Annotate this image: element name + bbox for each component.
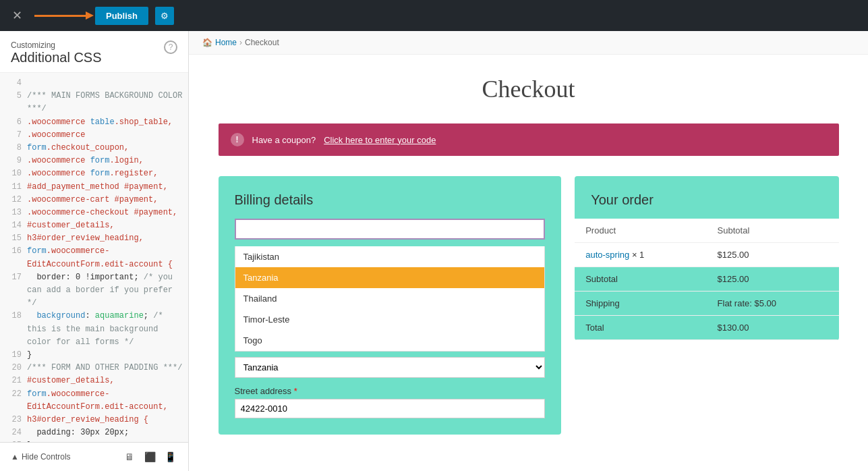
sidebar-header-text: Customizing Additional CSS [11, 40, 102, 65]
code-line: 15 h3#order_review_heading, [0, 232, 188, 245]
order-title-area: Your order [575, 176, 838, 219]
billing-title: Billing details [235, 192, 546, 208]
total-value: $130.00 [707, 316, 839, 340]
street-address-label: Street address * [235, 386, 546, 396]
top-bar: ✕ Publish ⚙ [0, 0, 868, 31]
mobile-view-icon[interactable]: 📱 [163, 449, 177, 464]
page-title: Checkout [219, 75, 839, 103]
dropdown-item-tajikistan[interactable]: Tajikistan [235, 246, 545, 267]
breadcrumb: 🏠 Home › Checkout [189, 31, 868, 55]
info-icon: ! [231, 133, 244, 146]
order-column: Your order Product Subtotal [575, 176, 838, 435]
billing-box: Billing details Tajikistan Tanzania Thai… [219, 176, 562, 435]
order-total-row: Total $130.00 [575, 316, 838, 340]
street-address-input[interactable] [235, 399, 546, 418]
arrow-line [34, 15, 88, 17]
dropdown-item-thailand[interactable]: Thailand [235, 288, 545, 309]
coupon-link[interactable]: Click here to enter your code [324, 135, 436, 145]
code-line: 16 form.woocommerce-EditAccountForm.edit… [0, 245, 188, 271]
dropdown-item-togo[interactable]: Togo [235, 330, 545, 351]
help-icon[interactable]: ? [164, 40, 177, 54]
col-subtotal: Subtotal [707, 219, 839, 243]
product-name-cell: auto-spring × 1 [575, 243, 706, 267]
page-content: Checkout ! Have a coupon? Click here to … [205, 55, 852, 455]
code-line: 5 /*** MAIN FORMS BACKGROUND COLOR ***/ [0, 90, 188, 115]
code-line: 7 .woocommerce [0, 129, 188, 142]
breadcrumb-separator: › [239, 38, 242, 47]
code-editor[interactable]: 4 5 /*** MAIN FORMS BACKGROUND COLOR ***… [0, 73, 188, 442]
country-search-input[interactable] [235, 219, 546, 240]
code-line: 9 .woocommerce form.login, [0, 155, 188, 167]
sidebar-header: Customizing Additional CSS ? [0, 31, 188, 73]
code-line: 20 /*** FORM AND OTHER PADDING ***/ [0, 362, 188, 375]
code-line: 17 border: 0 !important; /* you can add … [0, 271, 188, 310]
coupon-banner: ! Have a coupon? Click here to enter you… [219, 123, 839, 156]
code-line: 24 padding: 30px 20px; [0, 426, 188, 439]
total-label: Total [575, 316, 706, 340]
shipping-label: Shipping [575, 292, 706, 316]
two-column-layout: Billing details Tajikistan Tanzania Thai… [219, 176, 839, 435]
country-select-row: Tanzania [235, 357, 546, 378]
dropdown-item-timorleste[interactable]: Timor-Leste [235, 309, 545, 330]
code-line: 21 #customer_details, [0, 375, 188, 387]
product-qty: × 1 [632, 250, 644, 260]
chevron-down-icon: ▲ [11, 452, 19, 462]
content-area: 🏠 Home › Checkout Checkout ! Have a coup… [189, 31, 868, 471]
order-product-row: auto-spring × 1 $125.00 [575, 243, 838, 267]
code-line: 10 .woocommerce form.register, [0, 167, 188, 180]
billing-column: Billing details Tajikistan Tanzania Thai… [219, 176, 562, 435]
main-layout: Customizing Additional CSS ? 4 5 /*** MA… [0, 31, 868, 471]
code-line: 13 .woocommerce-checkout #payment, [0, 206, 188, 219]
subtotal-value: $125.00 [707, 267, 839, 292]
product-price-cell: $125.00 [707, 243, 839, 267]
required-indicator: * [294, 386, 297, 396]
subtotal-label: Subtotal [575, 267, 706, 292]
publish-button[interactable]: Publish [95, 7, 148, 25]
code-line: 19 } [0, 349, 188, 362]
home-icon: 🏠 [202, 38, 212, 47]
order-table: Product Subtotal auto-spring × 1 [575, 219, 838, 340]
tablet-view-icon[interactable]: ⬛ [142, 449, 157, 464]
sidebar: Customizing Additional CSS ? 4 5 /*** MA… [0, 31, 189, 471]
desktop-view-icon[interactable]: 🖥 [122, 449, 137, 464]
shipping-value: Flat rate: $5.00 [707, 292, 839, 316]
code-line: 4 [0, 77, 188, 90]
code-line: 11 #add_payment_method #payment, [0, 181, 188, 194]
home-breadcrumb-link[interactable]: Home [215, 38, 237, 47]
coupon-text: Have a coupon? [252, 135, 316, 145]
order-box: Your order Product Subtotal [575, 176, 838, 340]
order-shipping-row: Shipping Flat rate: $5.00 [575, 292, 838, 316]
hide-controls-button[interactable]: ▲ Hide Controls [11, 452, 71, 462]
dropdown-item-tanzania[interactable]: Tanzania [235, 267, 545, 288]
view-icons: 🖥 ⬛ 📱 [122, 449, 177, 464]
code-line: 22 form.woocommerce-EditAccountForm.edit… [0, 388, 188, 414]
code-line: 14 #customer_details, [0, 219, 188, 232]
code-line: 6 .woocommerce table.shop_table, [0, 116, 188, 129]
col-product: Product [575, 219, 706, 243]
country-search-wrapper [235, 219, 546, 240]
code-line: 12 .woocommerce-cart #payment, [0, 194, 188, 206]
order-title: Your order [591, 192, 822, 208]
close-button[interactable]: ✕ [7, 5, 28, 26]
hide-controls-label: Hide Controls [22, 452, 71, 462]
sidebar-bottom: ▲ Hide Controls 🖥 ⬛ 📱 [0, 442, 188, 471]
code-scroll: 4 5 /*** MAIN FORMS BACKGROUND COLOR ***… [0, 77, 188, 442]
arrow-indicator [34, 15, 88, 17]
code-line: 18 background: aquamarine; /* this is th… [0, 310, 188, 349]
order-subtotal-row: Subtotal $125.00 [575, 267, 838, 292]
code-line: 8 form.checkout_coupon, [0, 142, 188, 155]
country-select[interactable]: Tanzania [235, 357, 546, 378]
customizing-label: Customizing [11, 40, 102, 50]
settings-button[interactable]: ⚙ [155, 7, 174, 25]
code-line: 23 h3#order_review_heading { [0, 414, 188, 426]
country-dropdown[interactable]: Tajikistan Tanzania Thailand Timor-Leste… [235, 246, 546, 352]
product-link[interactable]: auto-spring [585, 250, 629, 260]
sidebar-section-title: Additional CSS [11, 50, 102, 65]
breadcrumb-current: Checkout [245, 38, 279, 47]
